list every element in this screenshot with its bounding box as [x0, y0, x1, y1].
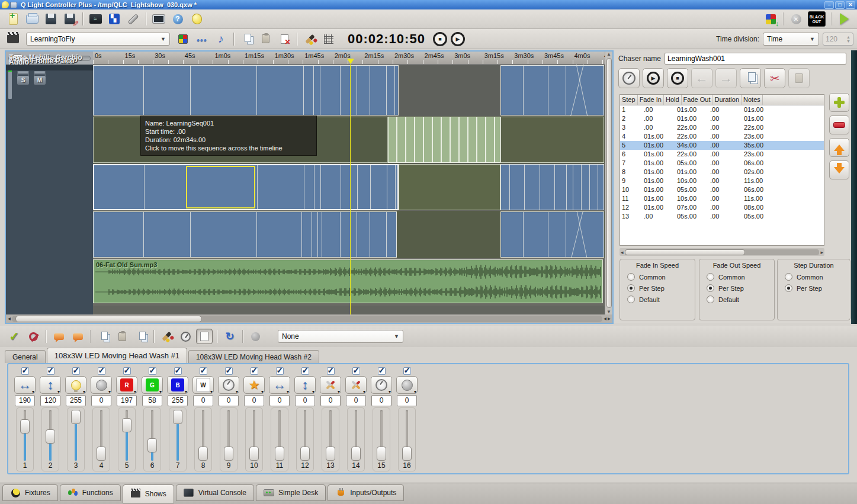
- window-menu-icon[interactable]: [10, 2, 17, 8]
- fader-handle[interactable]: [402, 447, 412, 461]
- speed-dial-clock-button[interactable]: [618, 68, 640, 88]
- fixture-tab[interactable]: General: [5, 350, 46, 363]
- channel-enable-checkbox[interactable]: [251, 367, 258, 375]
- confirm-icon[interactable]: [6, 329, 23, 344]
- scene-icon[interactable]: [175, 31, 191, 47]
- channel-tool-button[interactable]: ▾: [320, 376, 341, 394]
- copy-icon[interactable]: [238, 31, 255, 47]
- channel-fader[interactable]: [377, 410, 386, 461]
- radio-icon[interactable]: [707, 273, 714, 281]
- table-header[interactable]: Notes: [742, 95, 763, 105]
- channel-fader[interactable]: [275, 410, 284, 461]
- channel-tool-button[interactable]: ▾: [396, 376, 418, 394]
- channel-fader[interactable]: [326, 410, 335, 461]
- channel-enable-checkbox[interactable]: [276, 367, 284, 375]
- table-header[interactable]: Fade Out: [682, 95, 713, 105]
- maximize-button[interactable]: □: [835, 1, 845, 9]
- scroll-left-icon[interactable]: ◂: [604, 315, 606, 322]
- main-tab[interactable]: Shows: [123, 484, 174, 503]
- table-horizontal-scrollbar[interactable]: ◂ ▸: [620, 248, 824, 256]
- audio-icon[interactable]: [213, 31, 229, 47]
- grid-icon[interactable]: [320, 31, 337, 47]
- channel-enable-checkbox[interactable]: [301, 367, 309, 375]
- sequence-block[interactable]: [399, 164, 500, 210]
- new-document-icon[interactable]: [5, 11, 21, 27]
- table-row[interactable]: 6 01s.00 22s.00 .00 23s.00: [620, 150, 824, 159]
- blind-mode-icon[interactable]: [196, 329, 213, 344]
- dmx-monitor-icon[interactable]: [87, 11, 104, 27]
- color-icon[interactable]: [301, 31, 318, 47]
- sequence-block[interactable]: [500, 65, 604, 115]
- radio-option[interactable]: Default: [620, 294, 695, 305]
- bpm-spinner[interactable]: 120 ▲▼: [823, 33, 853, 46]
- fader-handle[interactable]: [71, 410, 81, 424]
- channel-enable-checkbox[interactable]: [200, 367, 207, 375]
- step-bubble-next-icon[interactable]: [69, 329, 86, 344]
- chaser-name-input[interactable]: [665, 53, 846, 65]
- channel-fader[interactable]: [249, 410, 259, 461]
- radio-option[interactable]: Per Step: [620, 283, 695, 294]
- cut-step-button[interactable]: [764, 68, 785, 88]
- main-tab[interactable]: Simple Desk: [256, 484, 326, 501]
- audio-block[interactable]: 06-Fat Old Sun.mp3: [93, 259, 603, 303]
- channel-fader[interactable]: [198, 410, 208, 461]
- scroll-left-icon[interactable]: ◂: [8, 315, 11, 322]
- sequence-block[interactable]: [500, 117, 604, 163]
- fixture-groups-icon[interactable]: [762, 11, 779, 27]
- fader-handle[interactable]: [249, 447, 259, 461]
- channel-value-input[interactable]: 0: [397, 395, 417, 406]
- table-row[interactable]: 7 01s.00 05s.00 .00 06s.00: [620, 159, 824, 168]
- channel-value-input[interactable]: 0: [371, 395, 391, 406]
- channel-value-input[interactable]: 0: [219, 395, 239, 406]
- table-row[interactable]: 11 01s.00 10s.00 .00 11s.00: [620, 194, 824, 203]
- play-button[interactable]: [643, 68, 664, 88]
- channel-tool-button[interactable]: ▾: [116, 376, 137, 394]
- clone-icon[interactable]: [133, 329, 149, 344]
- channel-tool-button[interactable]: ▾: [14, 376, 36, 394]
- channel-enable-checkbox[interactable]: [225, 367, 233, 375]
- radio-option[interactable]: Common: [699, 271, 774, 283]
- table-row[interactable]: 10 01s.00 05s.00 .00 06s.00: [620, 185, 824, 194]
- radio-icon[interactable]: [785, 273, 792, 281]
- main-tab[interactable]: Virtual Console: [176, 484, 254, 501]
- next-step-button[interactable]: [715, 68, 737, 88]
- table-row[interactable]: 9 01s.00 10s.00 .00 11s.00: [620, 176, 824, 185]
- channel-value-input[interactable]: 0: [295, 395, 315, 406]
- radio-icon[interactable]: [707, 296, 714, 303]
- table-header[interactable]: Fade In: [638, 95, 664, 105]
- channel-tool-button[interactable]: ▾: [91, 376, 112, 394]
- channel-enable-checkbox[interactable]: [47, 367, 54, 375]
- table-row[interactable]: 8 01s.00 01s.00 .00 02s.00: [620, 168, 824, 176]
- fader-handle[interactable]: [326, 447, 335, 461]
- channel-fader[interactable]: [46, 410, 55, 461]
- fixture-manager-icon[interactable]: [106, 11, 123, 27]
- sequence-block[interactable]: [500, 164, 604, 210]
- channel-enable-checkbox[interactable]: [72, 367, 80, 375]
- fader-handle[interactable]: [351, 447, 361, 461]
- move-step-down-icon[interactable]: [829, 160, 849, 179]
- radio-icon[interactable]: [707, 284, 714, 292]
- minimize-button[interactable]: –: [824, 1, 834, 9]
- remove-step-icon[interactable]: [829, 115, 849, 134]
- main-tab[interactable]: Inputs/Outputs: [328, 484, 404, 501]
- table-row[interactable]: 3 .00 22s.00 .00 22s.00: [620, 123, 824, 132]
- previous-step-button[interactable]: [691, 68, 712, 88]
- channel-value-input[interactable]: 0: [244, 395, 264, 406]
- channel-fader[interactable]: [20, 410, 30, 461]
- channel-tool-button[interactable]: ▾: [294, 376, 316, 394]
- playhead-line[interactable]: [350, 65, 351, 314]
- channel-enable-checkbox[interactable]: [21, 367, 29, 375]
- channel-fader[interactable]: [71, 410, 81, 461]
- delete-icon[interactable]: [276, 31, 293, 47]
- channel-value-input[interactable]: 0: [346, 395, 366, 406]
- radio-icon[interactable]: [627, 284, 635, 292]
- channel-tool-button[interactable]: ▾: [243, 376, 265, 394]
- solo-button[interactable]: S: [17, 75, 30, 85]
- chaser-step-table[interactable]: StepFade InHoldFade OutDurationNotes 1 .…: [620, 94, 824, 246]
- channel-fader[interactable]: [300, 410, 310, 461]
- channel-enable-checkbox[interactable]: [149, 367, 156, 375]
- tool-icon[interactable]: [125, 11, 142, 27]
- timeline-horizontal-scrollbar[interactable]: ◂ ◂ ▸: [6, 314, 612, 323]
- video-capture-icon[interactable]: [150, 11, 167, 27]
- playhead-marker-icon[interactable]: [347, 59, 354, 64]
